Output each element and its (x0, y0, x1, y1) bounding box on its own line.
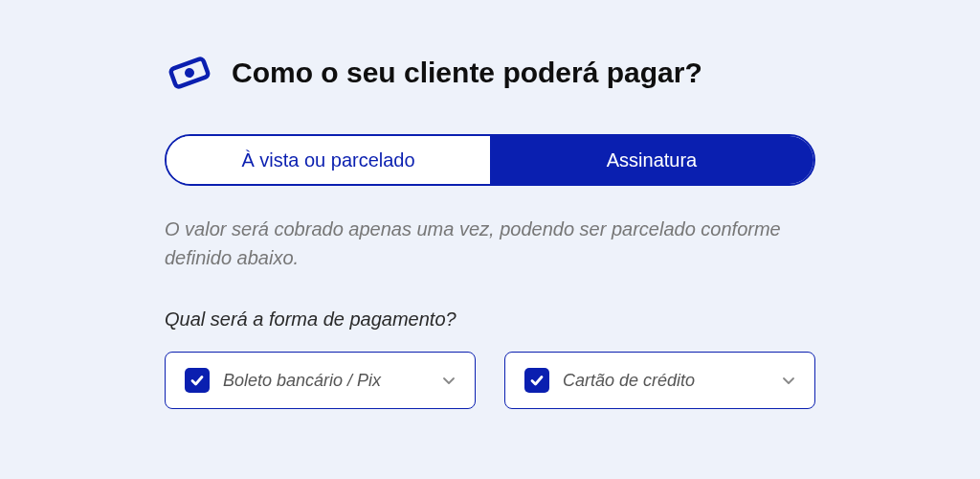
tab-one-time[interactable]: À vista ou parcelado (167, 136, 490, 184)
chevron-down-icon (782, 374, 795, 387)
checkbox-checked-icon (185, 368, 210, 393)
mode-description: O valor será cobrado apenas uma vez, pod… (165, 215, 815, 272)
tab-one-time-label: À vista ou parcelado (241, 149, 414, 171)
method-label: Boleto bancário / Pix (223, 371, 442, 391)
header: Como o seu cliente poderá pagar? (165, 48, 815, 98)
checkbox-checked-icon (524, 368, 549, 393)
payment-method-subtitle: Qual será a forma de pagamento? (165, 308, 815, 331)
payment-config-panel: Como o seu cliente poderá pagar? À vista… (165, 48, 815, 479)
money-icon (165, 48, 214, 98)
method-credit-card[interactable]: Cartão de crédito (504, 352, 815, 409)
payment-methods-row: Boleto bancário / Pix Cartão de crédito (165, 352, 815, 409)
tab-subscription[interactable]: Assinatura (490, 136, 813, 184)
payment-mode-toggle: À vista ou parcelado Assinatura (165, 134, 815, 186)
method-label: Cartão de crédito (563, 371, 782, 391)
page-title: Como o seu cliente poderá pagar? (232, 57, 702, 89)
chevron-down-icon (442, 374, 456, 387)
tab-subscription-label: Assinatura (607, 149, 698, 171)
method-boleto-pix[interactable]: Boleto bancário / Pix (165, 352, 476, 409)
